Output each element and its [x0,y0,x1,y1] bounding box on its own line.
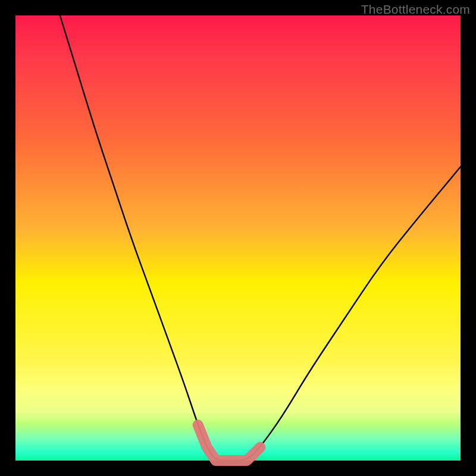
bottom-segment-highlight [198,425,261,461]
watermark-text: TheBottleneck.com [361,2,470,17]
bottleneck-curve [60,15,461,461]
chart-svg [15,15,461,461]
